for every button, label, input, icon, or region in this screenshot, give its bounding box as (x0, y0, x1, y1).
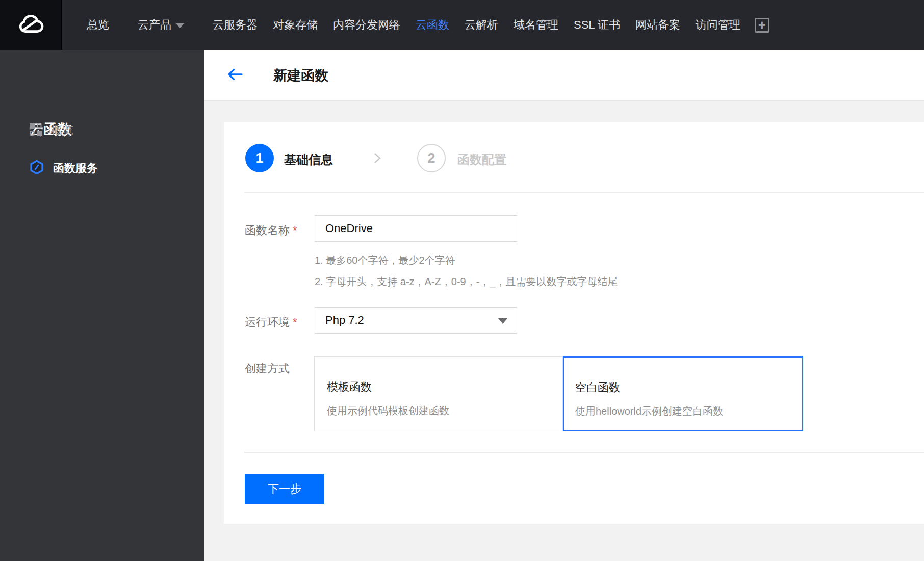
section-divider-top (244, 192, 924, 193)
top-nav: 总览 云产品 云服务器 对象存储 内容分发网络 云函数 云解析 域名管理 SSL… (0, 0, 924, 50)
function-name-label-text: 函数名称 (245, 224, 290, 237)
nav-item-cloud-products[interactable]: 云产品 (138, 17, 184, 33)
section-divider-bottom (244, 452, 924, 453)
page-title: 新建函数 (273, 66, 328, 85)
app-window: 总览 云产品 云服务器 对象存储 内容分发网络 云函数 云解析 域名管理 SSL… (0, 0, 924, 561)
nav-item-scf[interactable]: 云函数 (416, 17, 449, 33)
add-product-button[interactable]: + (755, 18, 769, 33)
function-name-hints: 1. 最多60个字符，最少2个字符 2. 字母开头，支持 a-z，A-Z，0-9… (315, 249, 618, 292)
step-1-circle: 1 (245, 144, 274, 172)
nav-item-cdn[interactable]: 内容分发网络 (333, 17, 400, 33)
function-name-input[interactable] (315, 215, 517, 242)
page-header: 新建函数 (204, 50, 924, 101)
nav-item-cos[interactable]: 对象存储 (273, 17, 318, 33)
top-nav-menu: 总览 云产品 云服务器 对象存储 内容分发网络 云函数 云解析 域名管理 SSL… (62, 0, 769, 50)
method-option-blank-selected[interactable]: 空白函数 使用helloworld示例创建空白函数 (563, 356, 803, 431)
sidebar-item-overview-label: 概览 (51, 123, 73, 138)
runtime-label: 运行环境* (245, 315, 297, 330)
grid-icon (29, 123, 42, 138)
step-2-label: 函数配置 (457, 151, 506, 168)
next-step-button[interactable]: 下一步 (245, 474, 324, 504)
nav-item-cvm[interactable]: 云服务器 (213, 17, 258, 33)
chevron-down-icon (176, 23, 184, 28)
nav-item-icp[interactable]: 网站备案 (635, 17, 680, 33)
method-option-template-desc: 使用示例代码模板创建函数 (327, 404, 449, 418)
hint-line-1: 1. 最多60个字符，最少2个字符 (315, 249, 618, 271)
method-option-template[interactable]: 模板函数 使用示例代码模板创建函数 (314, 356, 563, 431)
method-option-template-title: 模板函数 (327, 379, 372, 395)
nav-item-cloud-products-label: 云产品 (138, 18, 171, 31)
creation-method-label: 创建方式 (245, 361, 290, 376)
sidebar-item-function-service-label: 函数服务 (53, 161, 98, 176)
runtime-select[interactable]: Php 7.2 (315, 307, 517, 334)
step-1-label: 基础信息 (284, 151, 333, 168)
sidebar-item-function-service[interactable]: 函数服务 (29, 161, 98, 176)
sidebar-item-overview[interactable]: 概览 (29, 123, 73, 138)
select-caret-down-icon (498, 318, 507, 324)
cloud-logo-icon (15, 9, 46, 41)
method-option-blank-title: 空白函数 (575, 380, 620, 395)
step-2-circle: 2 (417, 144, 446, 172)
nav-item-ssl[interactable]: SSL 证书 (574, 17, 620, 33)
sidebar: 云函数 概览 函数服务 (0, 50, 204, 561)
nav-item-domain[interactable]: 域名管理 (514, 17, 558, 33)
required-asterisk: * (293, 316, 297, 328)
runtime-label-text: 运行环境 (245, 316, 290, 328)
required-asterisk: * (293, 224, 297, 237)
method-option-blank-desc: 使用helloworld示例创建空白函数 (575, 404, 723, 418)
create-function-card: 1 基础信息 2 函数配置 函数名称* 1. 最多60个字符，最少2个字符 2.… (224, 122, 924, 524)
nav-item-dns[interactable]: 云解析 (465, 17, 498, 33)
content-area: 1 基础信息 2 函数配置 函数名称* 1. 最多60个字符，最少2个字符 2.… (204, 101, 924, 561)
scf-hexagon-icon (29, 160, 44, 177)
nav-item-cam[interactable]: 访问管理 (696, 17, 740, 33)
back-button[interactable] (226, 69, 243, 82)
runtime-select-value: Php 7.2 (325, 308, 364, 333)
function-name-label: 函数名称* (245, 223, 297, 238)
hint-line-2: 2. 字母开头，支持 a-z，A-Z，0-9，-，_，且需要以数字或字母结尾 (315, 271, 618, 292)
tencent-cloud-logo[interactable] (0, 0, 62, 50)
arrow-left-icon (226, 68, 243, 83)
nav-item-overview[interactable]: 总览 (87, 17, 109, 33)
chevron-right-icon (371, 150, 384, 168)
